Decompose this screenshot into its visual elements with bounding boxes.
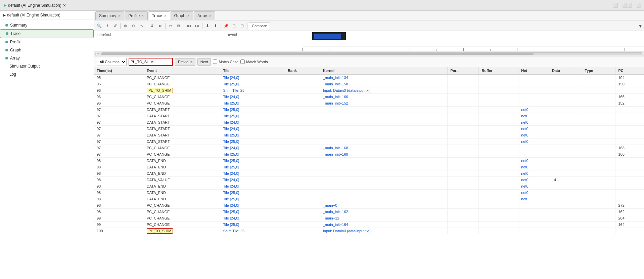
table-row[interactable]: 96 PC_CHANGE Tile [25,0] _main_init+152 …: [94, 100, 644, 107]
sidebar-item-profile[interactable]: Profile: [0, 38, 94, 46]
sidebar-item-array[interactable]: Array: [0, 54, 94, 62]
toolbar-pin-btn[interactable]: 📌: [222, 22, 230, 30]
table-row[interactable]: 98 DATA_END Tile [24,0] net0: [94, 170, 644, 177]
table-header-row: Time(ns) Event Tile Bank Kernel Port Buf…: [94, 67, 644, 74]
window-control-restore[interactable]: ⬜: [612, 2, 619, 8]
next-button[interactable]: Next: [197, 58, 211, 66]
match-case-label[interactable]: Match Case: [213, 59, 238, 64]
table-row[interactable]: 98 DATA_END Tile [25,0] net0: [94, 196, 644, 202]
toolbar-cut-btn[interactable]: ✂: [167, 22, 174, 30]
table-row[interactable]: 97 PC_CHANGE Tile [25,0] _main_init+160 …: [94, 151, 644, 158]
table-row[interactable]: 95 PC_CHANGE Tile [25,0] _main_init+150 …: [94, 81, 644, 87]
sidebar-expand-icon[interactable]: ▶: [3, 13, 6, 17]
tab-array[interactable]: Array ✕: [194, 11, 215, 20]
table-row[interactable]: 95 PC_CHANGE Tile [24,0] _main_init+134 …: [94, 74, 644, 81]
cell-event: PC_CHANGE: [144, 81, 220, 87]
sidebar-item-graph[interactable]: Graph: [0, 46, 94, 54]
tab-graph-close-icon[interactable]: ✕: [187, 14, 190, 17]
tab-profile[interactable]: Profile ✕: [125, 11, 148, 20]
toolbar-last-btn[interactable]: ⏭: [193, 22, 201, 30]
window-control-maximize[interactable]: ⬜: [635, 2, 643, 8]
toolbar-up-btn[interactable]: ⬆: [212, 22, 219, 30]
cell-tile: Tile [25,0]: [220, 158, 285, 164]
table-row[interactable]: 97 DATA_START Tile [24,0] net0: [94, 119, 644, 126]
toolbar-collapse-horiz-btn[interactable]: ⇔: [156, 22, 164, 30]
toolbar-collapse-vert-btn[interactable]: ⇕: [148, 22, 156, 30]
table-row[interactable]: 96 PL_TO_SHIM Shim Tile: 25 Input: Datai…: [94, 87, 644, 94]
scroll-right-icon[interactable]: ›: [96, 52, 97, 55]
toolbar-flag-btn[interactable]: ⊟: [238, 22, 246, 30]
toolbar-search-btn[interactable]: 🔍: [95, 22, 103, 30]
cell-type: [582, 126, 615, 132]
match-words-label[interactable]: Match Words: [240, 59, 268, 64]
table-row[interactable]: 97 DATA_START Tile [25,0] net0: [94, 132, 644, 138]
cell-bank: [285, 81, 320, 87]
tab-summary-close-icon[interactable]: ✕: [118, 14, 121, 17]
cell-port: [448, 119, 479, 126]
toolbar-filter-btn[interactable]: ▼: [638, 23, 643, 29]
window-close-icon[interactable]: ✕: [63, 3, 66, 8]
tab-graph-label: Graph: [174, 13, 185, 18]
sidebar-item-simulator-output[interactable]: Simulator Output: [0, 62, 94, 70]
toolbar-copy-btn[interactable]: ⧉: [175, 22, 182, 30]
match-case-checkbox[interactable]: [213, 59, 217, 64]
column-select[interactable]: All Columns: [97, 58, 127, 66]
table-row[interactable]: 98 DATA_END Tile [25,0] net0: [94, 164, 644, 170]
table-row[interactable]: 99 PC_CHANGE Tile [25,0] _main_init+164 …: [94, 222, 644, 228]
table-row[interactable]: 98 DATA_END Tile [24,0] net0: [94, 183, 644, 190]
table-row[interactable]: 97 DATA_START Tile [24,0] net0: [94, 126, 644, 132]
table-row[interactable]: 98 DATA_VALUE Tile [24,0] net0 14: [94, 177, 644, 183]
cell-net: net0: [518, 113, 549, 119]
toolbar-down-btn[interactable]: ⬇: [204, 22, 211, 30]
toolbar-anchor-btn[interactable]: ⊞: [230, 22, 238, 30]
scroll-left-icon[interactable]: ‹: [95, 52, 96, 55]
toolbar-refresh-btn[interactable]: ↺: [111, 22, 119, 30]
table-row[interactable]: 98 DATA_END Tile [25,0] net0: [94, 158, 644, 164]
toolbar-zoom-in-btn[interactable]: ⊕: [122, 22, 129, 30]
table-container[interactable]: Time(ns) Event Tile Bank Kernel Port Buf…: [94, 67, 644, 279]
table-row[interactable]: 96 PC_CHANGE Tile [24,0] _main_init+166 …: [94, 94, 644, 100]
match-words-checkbox[interactable]: [240, 59, 245, 64]
search-input[interactable]: [131, 60, 171, 64]
cell-net: [518, 94, 549, 100]
table-row[interactable]: 100 PL_TO_SHIM Shim Tile: 25 Input: Data…: [94, 228, 644, 234]
scroll-right2-icon[interactable]: ‹: [98, 52, 99, 55]
toolbar-info-btn[interactable]: ℹ: [103, 22, 111, 30]
toolbar-first-btn[interactable]: ⏮: [185, 22, 193, 30]
cell-bank: [285, 100, 320, 107]
cell-bank: [285, 145, 320, 151]
col-header-buffer: Buffer: [479, 67, 518, 74]
tab-summary[interactable]: Summary ✕: [95, 11, 124, 20]
tab-profile-close-icon[interactable]: ✕: [141, 14, 144, 17]
table-row[interactable]: 97 DATA_START Tile [25,0] net0: [94, 138, 644, 145]
toolbar-fit-btn[interactable]: ⤡: [138, 22, 145, 30]
previous-button[interactable]: Previous: [175, 58, 195, 66]
cell-time: 97: [94, 138, 144, 145]
tab-trace[interactable]: Trace ✕: [148, 11, 170, 20]
cell-net: [518, 202, 549, 209]
toolbar-compare-btn[interactable]: Compare: [249, 23, 270, 29]
cell-bank: [285, 228, 320, 234]
tab-array-close-icon[interactable]: ✕: [209, 14, 212, 17]
window-control-tile[interactable]: ⬜⬜: [621, 2, 634, 8]
tab-trace-close-icon[interactable]: ✕: [164, 14, 167, 17]
table-row[interactable]: 99 PC_CHANGE Tile [24,0] _main+12 284: [94, 215, 644, 222]
toolbar-zoom-out-btn[interactable]: ⊖: [130, 22, 137, 30]
cell-time: 98: [94, 164, 144, 170]
table-row[interactable]: 98 PC_CHANGE Tile [25,0] _main_init+162 …: [94, 209, 644, 215]
table-row[interactable]: 98 DATA_END Tile [25,0] net0: [94, 190, 644, 196]
cell-buffer: [479, 209, 518, 215]
cell-port: [448, 209, 479, 215]
tab-graph[interactable]: Graph ✕: [171, 11, 193, 20]
sidebar-item-trace[interactable]: Trace: [0, 29, 94, 38]
toolbar-sep-5: [202, 23, 202, 29]
table-row[interactable]: 97 PC_CHANGE Tile [24,0] _main_init+168 …: [94, 145, 644, 151]
cell-kernel: _main+0: [320, 202, 447, 209]
table-row[interactable]: 97 DATA_START Tile [25,0] net0: [94, 113, 644, 119]
sidebar-item-log[interactable]: Log: [0, 70, 94, 78]
cell-buffer: [479, 202, 518, 209]
table-row[interactable]: 97 DATA_START Tile [25,0] net0: [94, 107, 644, 113]
table-row[interactable]: 98 PC_CHANGE Tile [24,0] _main+0 272: [94, 202, 644, 209]
cell-type: [582, 107, 615, 113]
sidebar-item-summary[interactable]: Summary: [0, 21, 94, 29]
